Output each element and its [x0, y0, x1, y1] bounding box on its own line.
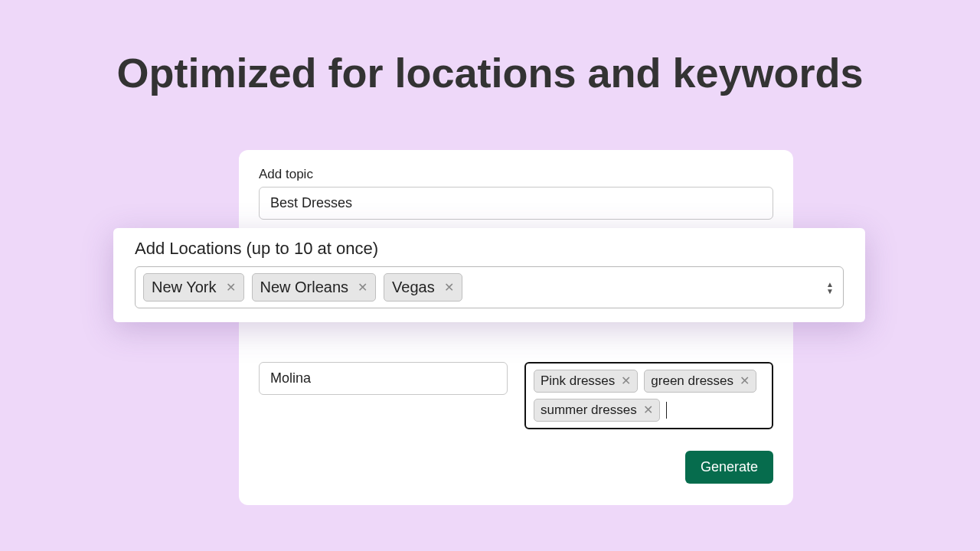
location-tag-label: New York: [152, 279, 217, 296]
close-icon[interactable]: ✕: [444, 282, 454, 294]
form-card: Add topic Best Dresses Your store or bra…: [239, 150, 793, 505]
generate-row: Generate: [259, 451, 773, 484]
location-tag[interactable]: Vegas ✕: [384, 273, 462, 302]
location-tag[interactable]: New York ✕: [143, 273, 244, 302]
keywords-input[interactable]: Pink dresses ✕ green dresses ✕ summer dr…: [524, 362, 773, 429]
locations-panel: Add Locations (up to 10 at once) New Yor…: [113, 228, 865, 322]
close-icon[interactable]: ✕: [358, 282, 368, 294]
generate-button[interactable]: Generate: [685, 451, 773, 484]
brand-column: Your store or brand name Molina: [259, 342, 508, 395]
keyword-tag[interactable]: summer dresses ✕: [534, 399, 660, 422]
sort-icon[interactable]: ▲ ▼: [826, 281, 834, 295]
keyword-tag-label: green dresses: [651, 373, 733, 389]
page-title: Optimized for locations and keywords: [0, 49, 980, 96]
keyword-tag-label: Pink dresses: [541, 373, 615, 389]
keyword-tag-label: summer dresses: [541, 403, 637, 418]
close-icon[interactable]: ✕: [621, 375, 631, 387]
location-tag-label: New Orleans: [260, 279, 349, 296]
topic-section: Add topic Best Dresses: [259, 167, 773, 220]
location-tag-label: Vegas: [392, 279, 435, 296]
locations-label: Add Locations (up to 10 at once): [135, 239, 844, 259]
close-icon[interactable]: ✕: [226, 282, 236, 294]
chevron-down-icon: ▼: [826, 288, 834, 295]
keywords-column: Add keywords (Optional) Pink dresses ✕ g…: [524, 342, 773, 429]
row-brand-keywords: Your store or brand name Molina Add keyw…: [259, 342, 773, 429]
keywords-label: Add keywords (Optional): [524, 342, 773, 357]
close-icon[interactable]: ✕: [643, 404, 653, 416]
brand-label: Your store or brand name: [259, 342, 508, 357]
topic-label: Add topic: [259, 167, 773, 182]
close-icon[interactable]: ✕: [740, 375, 750, 387]
location-tag[interactable]: New Orleans ✕: [252, 273, 377, 302]
keyword-tag[interactable]: green dresses ✕: [644, 370, 756, 393]
brand-input[interactable]: Molina: [259, 362, 508, 395]
locations-input[interactable]: New York ✕ New Orleans ✕ Vegas ✕ ▲ ▼: [135, 266, 844, 308]
topic-input[interactable]: Best Dresses: [259, 187, 773, 220]
text-cursor-icon: [666, 402, 667, 419]
keyword-tag[interactable]: Pink dresses ✕: [534, 370, 638, 393]
